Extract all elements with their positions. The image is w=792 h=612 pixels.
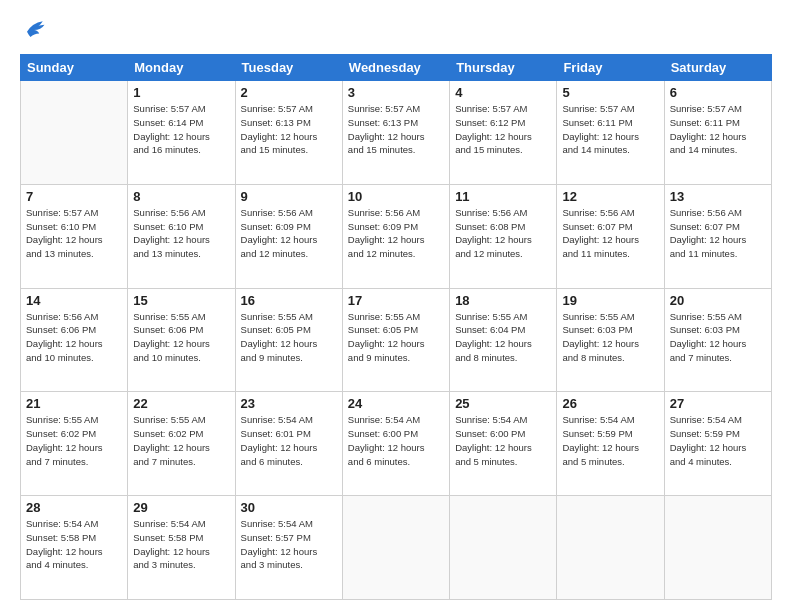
day-number: 13 <box>670 189 766 204</box>
day-number: 16 <box>241 293 337 308</box>
page: SundayMondayTuesdayWednesdayThursdayFrid… <box>0 0 792 612</box>
calendar-cell: 6Sunrise: 5:57 AM Sunset: 6:11 PM Daylig… <box>664 81 771 185</box>
calendar-cell: 10Sunrise: 5:56 AM Sunset: 6:09 PM Dayli… <box>342 184 449 288</box>
calendar-cell: 26Sunrise: 5:54 AM Sunset: 5:59 PM Dayli… <box>557 392 664 496</box>
calendar-cell: 15Sunrise: 5:55 AM Sunset: 6:06 PM Dayli… <box>128 288 235 392</box>
day-number: 17 <box>348 293 444 308</box>
day-number: 15 <box>133 293 229 308</box>
calendar-cell: 17Sunrise: 5:55 AM Sunset: 6:05 PM Dayli… <box>342 288 449 392</box>
calendar-cell: 22Sunrise: 5:55 AM Sunset: 6:02 PM Dayli… <box>128 392 235 496</box>
day-info: Sunrise: 5:57 AM Sunset: 6:13 PM Dayligh… <box>348 102 444 157</box>
calendar-cell: 27Sunrise: 5:54 AM Sunset: 5:59 PM Dayli… <box>664 392 771 496</box>
day-number: 8 <box>133 189 229 204</box>
calendar-cell: 18Sunrise: 5:55 AM Sunset: 6:04 PM Dayli… <box>450 288 557 392</box>
calendar-cell: 13Sunrise: 5:56 AM Sunset: 6:07 PM Dayli… <box>664 184 771 288</box>
calendar-cell <box>342 496 449 600</box>
day-number: 20 <box>670 293 766 308</box>
day-number: 9 <box>241 189 337 204</box>
day-info: Sunrise: 5:54 AM Sunset: 6:01 PM Dayligh… <box>241 413 337 468</box>
day-number: 6 <box>670 85 766 100</box>
day-info: Sunrise: 5:56 AM Sunset: 6:09 PM Dayligh… <box>241 206 337 261</box>
week-row-4: 21Sunrise: 5:55 AM Sunset: 6:02 PM Dayli… <box>21 392 772 496</box>
calendar-cell: 29Sunrise: 5:54 AM Sunset: 5:58 PM Dayli… <box>128 496 235 600</box>
day-number: 22 <box>133 396 229 411</box>
day-info: Sunrise: 5:55 AM Sunset: 6:05 PM Dayligh… <box>241 310 337 365</box>
day-info: Sunrise: 5:55 AM Sunset: 6:04 PM Dayligh… <box>455 310 551 365</box>
logo <box>20 16 50 44</box>
day-number: 27 <box>670 396 766 411</box>
header <box>20 16 772 44</box>
day-info: Sunrise: 5:57 AM Sunset: 6:11 PM Dayligh… <box>562 102 658 157</box>
day-number: 10 <box>348 189 444 204</box>
calendar-cell: 30Sunrise: 5:54 AM Sunset: 5:57 PM Dayli… <box>235 496 342 600</box>
day-number: 12 <box>562 189 658 204</box>
day-info: Sunrise: 5:54 AM Sunset: 5:59 PM Dayligh… <box>670 413 766 468</box>
day-info: Sunrise: 5:54 AM Sunset: 5:58 PM Dayligh… <box>26 517 122 572</box>
calendar-cell: 20Sunrise: 5:55 AM Sunset: 6:03 PM Dayli… <box>664 288 771 392</box>
day-info: Sunrise: 5:55 AM Sunset: 6:03 PM Dayligh… <box>562 310 658 365</box>
calendar-cell: 12Sunrise: 5:56 AM Sunset: 6:07 PM Dayli… <box>557 184 664 288</box>
day-number: 14 <box>26 293 122 308</box>
day-info: Sunrise: 5:57 AM Sunset: 6:13 PM Dayligh… <box>241 102 337 157</box>
day-number: 2 <box>241 85 337 100</box>
week-row-2: 7Sunrise: 5:57 AM Sunset: 6:10 PM Daylig… <box>21 184 772 288</box>
calendar-cell: 28Sunrise: 5:54 AM Sunset: 5:58 PM Dayli… <box>21 496 128 600</box>
day-info: Sunrise: 5:54 AM Sunset: 5:57 PM Dayligh… <box>241 517 337 572</box>
day-info: Sunrise: 5:57 AM Sunset: 6:12 PM Dayligh… <box>455 102 551 157</box>
day-number: 11 <box>455 189 551 204</box>
calendar-cell: 23Sunrise: 5:54 AM Sunset: 6:01 PM Dayli… <box>235 392 342 496</box>
calendar-cell: 24Sunrise: 5:54 AM Sunset: 6:00 PM Dayli… <box>342 392 449 496</box>
calendar-cell: 8Sunrise: 5:56 AM Sunset: 6:10 PM Daylig… <box>128 184 235 288</box>
day-number: 24 <box>348 396 444 411</box>
header-saturday: Saturday <box>664 55 771 81</box>
header-tuesday: Tuesday <box>235 55 342 81</box>
day-info: Sunrise: 5:57 AM Sunset: 6:10 PM Dayligh… <box>26 206 122 261</box>
day-info: Sunrise: 5:55 AM Sunset: 6:03 PM Dayligh… <box>670 310 766 365</box>
calendar-table: SundayMondayTuesdayWednesdayThursdayFrid… <box>20 54 772 600</box>
day-info: Sunrise: 5:55 AM Sunset: 6:02 PM Dayligh… <box>133 413 229 468</box>
week-row-1: 1Sunrise: 5:57 AM Sunset: 6:14 PM Daylig… <box>21 81 772 185</box>
day-number: 3 <box>348 85 444 100</box>
calendar-cell: 2Sunrise: 5:57 AM Sunset: 6:13 PM Daylig… <box>235 81 342 185</box>
calendar-cell: 4Sunrise: 5:57 AM Sunset: 6:12 PM Daylig… <box>450 81 557 185</box>
calendar-cell: 11Sunrise: 5:56 AM Sunset: 6:08 PM Dayli… <box>450 184 557 288</box>
day-info: Sunrise: 5:54 AM Sunset: 6:00 PM Dayligh… <box>455 413 551 468</box>
day-info: Sunrise: 5:57 AM Sunset: 6:14 PM Dayligh… <box>133 102 229 157</box>
calendar-cell: 21Sunrise: 5:55 AM Sunset: 6:02 PM Dayli… <box>21 392 128 496</box>
week-row-3: 14Sunrise: 5:56 AM Sunset: 6:06 PM Dayli… <box>21 288 772 392</box>
day-number: 18 <box>455 293 551 308</box>
day-number: 23 <box>241 396 337 411</box>
day-info: Sunrise: 5:54 AM Sunset: 5:58 PM Dayligh… <box>133 517 229 572</box>
header-monday: Monday <box>128 55 235 81</box>
day-info: Sunrise: 5:56 AM Sunset: 6:07 PM Dayligh… <box>670 206 766 261</box>
day-number: 4 <box>455 85 551 100</box>
calendar-cell: 14Sunrise: 5:56 AM Sunset: 6:06 PM Dayli… <box>21 288 128 392</box>
day-info: Sunrise: 5:56 AM Sunset: 6:08 PM Dayligh… <box>455 206 551 261</box>
day-number: 5 <box>562 85 658 100</box>
logo-bird-icon <box>20 16 48 44</box>
header-wednesday: Wednesday <box>342 55 449 81</box>
header-sunday: Sunday <box>21 55 128 81</box>
day-number: 1 <box>133 85 229 100</box>
day-number: 25 <box>455 396 551 411</box>
day-info: Sunrise: 5:55 AM Sunset: 6:06 PM Dayligh… <box>133 310 229 365</box>
day-info: Sunrise: 5:56 AM Sunset: 6:07 PM Dayligh… <box>562 206 658 261</box>
calendar-cell <box>450 496 557 600</box>
calendar-cell <box>21 81 128 185</box>
day-number: 26 <box>562 396 658 411</box>
day-info: Sunrise: 5:54 AM Sunset: 6:00 PM Dayligh… <box>348 413 444 468</box>
calendar-cell: 7Sunrise: 5:57 AM Sunset: 6:10 PM Daylig… <box>21 184 128 288</box>
day-number: 7 <box>26 189 122 204</box>
calendar-cell: 3Sunrise: 5:57 AM Sunset: 6:13 PM Daylig… <box>342 81 449 185</box>
day-number: 30 <box>241 500 337 515</box>
calendar-header-row: SundayMondayTuesdayWednesdayThursdayFrid… <box>21 55 772 81</box>
calendar-cell: 25Sunrise: 5:54 AM Sunset: 6:00 PM Dayli… <box>450 392 557 496</box>
day-number: 21 <box>26 396 122 411</box>
day-number: 29 <box>133 500 229 515</box>
day-info: Sunrise: 5:55 AM Sunset: 6:02 PM Dayligh… <box>26 413 122 468</box>
calendar-cell: 5Sunrise: 5:57 AM Sunset: 6:11 PM Daylig… <box>557 81 664 185</box>
calendar-cell: 16Sunrise: 5:55 AM Sunset: 6:05 PM Dayli… <box>235 288 342 392</box>
calendar-cell <box>664 496 771 600</box>
day-info: Sunrise: 5:54 AM Sunset: 5:59 PM Dayligh… <box>562 413 658 468</box>
day-number: 28 <box>26 500 122 515</box>
